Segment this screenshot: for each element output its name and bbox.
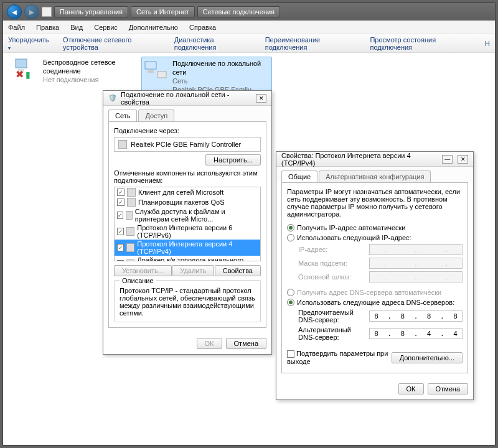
wifi-name-1: Беспроводное сетевое [43,58,116,67]
conn-props-titlebar[interactable]: 🛡️ Подключение по локальной сети - свойс… [103,91,271,106]
dns1-label: Предпочитаемый DNS-сервер: [298,309,369,324]
dns1-field[interactable]: 8.8.8.8 [369,310,463,322]
dns2-label: Альтернативный DNS-сервер: [298,326,369,341]
connect-via-label: Подключение через: [114,127,261,134]
minimize-icon[interactable]: — [442,155,453,164]
conn-props-tabs: Сеть Доступ [103,106,271,121]
address-icon [42,7,52,17]
lan-name: Подключение по локальной сети [172,59,265,77]
menu-service[interactable]: Сервис [94,24,118,31]
toolbar-status[interactable]: Просмотр состояния подключения [370,36,471,51]
configure-button[interactable]: Настроить... [205,154,261,166]
toolbar-disable[interactable]: Отключение сетевого устройства [63,36,161,51]
wifi-icon: ✖▮ [14,58,38,79]
gw-field: ... [369,271,463,282]
toolbar: Упорядочить Отключение сетевого устройст… [3,34,495,53]
ipv4-props-dialog: Свойства: Протокол Интернета версии 4 (T… [276,151,474,400]
ip-field: ... [369,244,463,255]
advanced-button[interactable]: Дополнительно... [392,352,463,363]
explorer-window: ◄ ► Панель управления Сеть и Интернет Се… [2,2,496,446]
ipv4-cancel-button[interactable]: Отмена [428,383,468,394]
description-legend: Описание [120,277,156,284]
close-icon[interactable]: ✕ [256,94,266,103]
lan-network: Сеть [172,77,265,85]
nic-box: Realtek PCIe GBE Family Controller [114,137,261,152]
toolbar-organize[interactable]: Упорядочить [8,36,49,51]
conn-ok-button[interactable]: ОК [197,338,222,349]
radio-ip-manual[interactable]: Использовать следующий IP-адрес: [287,234,463,241]
svg-rect-5 [148,70,154,73]
component-props-button[interactable]: Свойства [215,265,261,276]
svg-rect-4 [145,62,156,69]
toolbar-overflow[interactable]: Н [485,40,490,47]
menu-extra[interactable]: Дополнительно [129,24,178,31]
conn-props-dialog: 🛡️ Подключение по локальной сети - свойс… [103,90,272,355]
comp-client[interactable]: ✓Клиент для сетей Microsoft [115,187,260,197]
gw-label: Основной шлюз: [298,273,369,281]
ipv4-tabs: Общие Альтернативная конфигурация [276,167,473,182]
tab-alt[interactable]: Альтернативная конфигурация [319,170,431,182]
conn-props-buttons: ОК Отмена [103,333,271,354]
ipv4-title: Свойства: Протокол Интернета версии 4 (T… [281,152,433,167]
ip-label: IP-адрес: [298,246,369,253]
tab-access[interactable]: Доступ [138,110,174,121]
conn-cancel-button[interactable]: Отмена [226,338,266,349]
conn-props-title: Подключение по локальной сети - свойства [121,91,247,106]
components-list[interactable]: ✓Клиент для сетей Microsoft ✓Планировщик… [114,187,261,261]
radio-dns-manual[interactable]: Использовать следующие адреса DNS-сервер… [287,299,463,306]
conn-props-body: Подключение через: Realtek PCIe GBE Fami… [108,121,266,328]
title-bar: ◄ ► Панель управления Сеть и Интернет Се… [3,3,495,21]
install-button[interactable]: Установить... [114,265,172,276]
comp-fileshare[interactable]: ✓Служба доступа к файлам и принтерам сет… [115,207,260,223]
nav-forward-button[interactable]: ► [24,4,39,19]
close-icon[interactable]: ✕ [458,155,468,164]
radio-dns-auto: Получить адрес DNS-сервера автоматически [287,289,463,296]
description-box: Описание Протокол TCP/IP - стандартный п… [114,280,261,322]
nic-icon [118,140,127,149]
breadcrumb-3[interactable]: Сетевые подключения [197,6,280,17]
mask-field: ... [369,258,463,269]
breadcrumb-1[interactable]: Панель управления [54,6,128,17]
ipv4-intro: Параметры IP могут назначаться автоматич… [287,188,463,218]
radio-ip-auto[interactable]: Получить IP-адрес автоматически [287,224,463,231]
components-label: Отмеченные компоненты используются этим … [114,169,261,184]
remove-button[interactable]: Удалить [172,265,214,276]
menu-bar: Файл Правка Вид Сервис Дополнительно Спр… [3,21,495,34]
wifi-status: Нет подключения [43,75,116,84]
ipv4-body: Параметры IP могут назначаться автоматич… [281,182,468,373]
wifi-name-2: соединение [43,67,116,75]
breadcrumb-2[interactable]: Сеть и Интернет [131,6,195,17]
svg-rect-6 [157,72,166,78]
svg-text:✖: ✖ [16,69,24,79]
comp-lltd-io[interactable]: ✓Драйвер в/в тополога канального уровня [115,256,260,261]
connection-wifi-text: Беспроводное сетевое соединение Нет подк… [43,58,116,84]
shield-icon: 🛡️ [108,94,117,102]
nic-name: Realtek PCIe GBE Family Controller [131,141,241,148]
comp-qos[interactable]: ✓Планировщик пакетов QoS [115,197,260,207]
lan-icon [144,59,167,80]
ipv4-ok-button[interactable]: ОК [398,383,424,394]
menu-help[interactable]: Справка [189,24,216,31]
mask-label: Маска подсети: [298,259,369,267]
content-area: ✖▮ Беспроводное сетевое соединение Нет п… [3,53,495,445]
comp-ipv6[interactable]: ✓Протокол Интернета версии 6 (TCP/IPv6) [115,223,260,240]
comp-ipv4[interactable]: ✓Протокол Интернета версии 4 (TCP/IPv4) [115,240,260,256]
menu-view[interactable]: Вид [70,24,83,31]
description-text: Протокол TCP/IP - стандартный протокол г… [120,287,255,317]
toolbar-rename[interactable]: Переименование подключения [265,36,357,51]
ipv4-buttons: ОК Отмена [276,378,473,399]
dns2-field[interactable]: 8.8.4.4 [369,328,463,339]
tab-general[interactable]: Общие [281,170,317,182]
svg-text:▮: ▮ [26,70,31,79]
toolbar-diagnose[interactable]: Диагностика подключения [174,36,251,51]
menu-file[interactable]: Файл [8,24,25,31]
tab-network[interactable]: Сеть [108,110,137,121]
validate-checkbox[interactable]: ✓ Подтвердить параметры при выходе [287,350,392,365]
connection-wifi[interactable]: ✖▮ Беспроводное сетевое соединение Нет п… [14,58,116,84]
svg-rect-0 [16,59,27,68]
nav-back-button[interactable]: ◄ [7,4,22,19]
ipv4-titlebar[interactable]: Свойства: Протокол Интернета версии 4 (T… [276,152,473,167]
menu-edit[interactable]: Правка [36,24,59,31]
